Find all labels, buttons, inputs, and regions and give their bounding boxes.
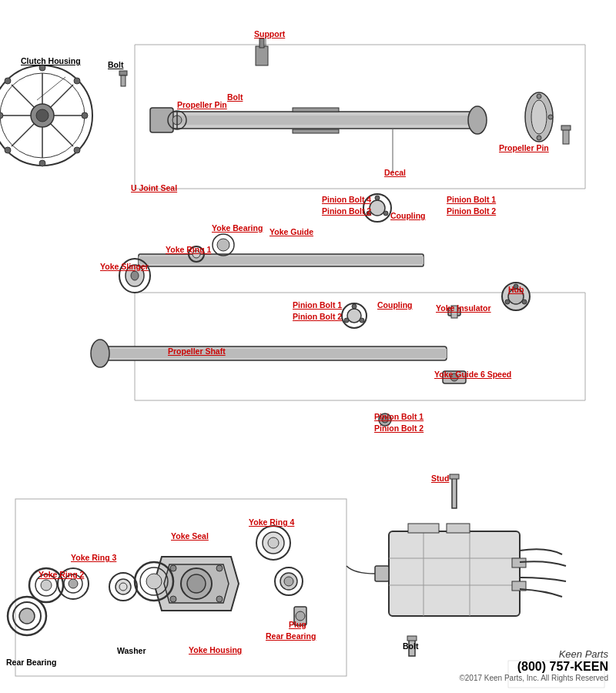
svg-rect-122: [447, 524, 470, 533]
copyright-text: ©2017 Keen Parts, Inc. All Rights Reserv…: [459, 674, 608, 682]
svg-rect-80: [452, 477, 457, 508]
svg-rect-31: [154, 116, 477, 125]
svg-point-20: [39, 160, 45, 166]
svg-point-17: [74, 78, 80, 84]
svg-point-74: [522, 300, 527, 304]
svg-point-95: [170, 565, 176, 571]
svg-rect-81: [450, 474, 459, 479]
phone-number: (800) 757-KEEN: [459, 660, 608, 674]
svg-point-84: [41, 580, 52, 591]
label-coupling-mid[interactable]: Coupling: [377, 300, 413, 310]
svg-point-98: [216, 596, 223, 602]
label-washer[interactable]: Washer: [117, 646, 146, 655]
svg-rect-121: [408, 524, 439, 533]
svg-point-67: [360, 318, 364, 323]
svg-rect-118: [512, 558, 526, 567]
label-yoke-guide-6speed[interactable]: Yoke Guide 6 Speed: [434, 370, 511, 379]
label-yoke-slinger[interactable]: Yoke Slinger: [100, 262, 149, 271]
keen-logo-text: Keen Parts: [459, 648, 608, 660]
label-propeller-pin-right[interactable]: Propeller Pin: [499, 143, 549, 152]
svg-point-94: [187, 574, 206, 593]
svg-point-101: [146, 574, 162, 589]
svg-point-60: [131, 271, 139, 280]
svg-point-16: [39, 65, 45, 71]
label-pinion-bolt-2a[interactable]: Pinion Bolt 2: [322, 206, 371, 216]
label-support[interactable]: Support: [254, 29, 285, 38]
svg-rect-27: [121, 75, 126, 86]
svg-point-55: [217, 239, 229, 251]
svg-rect-40: [293, 129, 339, 133]
label-plug[interactable]: Plug: [289, 620, 306, 629]
svg-point-36: [537, 136, 541, 140]
svg-point-75: [505, 300, 510, 304]
label-pinion-bolt-4[interactable]: Pinion Bolt 4: [322, 195, 371, 204]
label-yoke-ring-1[interactable]: Yoke Ring 1: [166, 245, 211, 254]
label-stud[interactable]: Stud: [431, 474, 449, 483]
svg-point-65: [347, 309, 361, 323]
svg-rect-28: [256, 46, 268, 65]
svg-point-34: [531, 100, 547, 134]
svg-point-66: [352, 304, 357, 309]
label-hub[interactable]: Hub: [508, 285, 524, 294]
label-pinion-bolt-1-top[interactable]: Pinion Bolt 1: [447, 195, 496, 204]
diagram-container: Clutch Housing Bolt Support Propeller Pi…: [0, 0, 616, 693]
label-yoke-insulator[interactable]: Yoke Insulator: [436, 303, 491, 313]
svg-point-104: [268, 537, 279, 548]
svg-point-32: [468, 106, 487, 134]
label-bolt-top[interactable]: Bolt: [108, 60, 123, 69]
svg-rect-62: [100, 349, 447, 358]
svg-point-107: [19, 608, 35, 624]
svg-point-22: [0, 112, 3, 119]
label-yoke-ring-2[interactable]: Yoke Ring 2: [38, 570, 84, 579]
label-clutch-housing[interactable]: Clutch Housing: [21, 56, 81, 65]
label-yoke-housing[interactable]: Yoke Housing: [189, 645, 242, 654]
svg-rect-29: [259, 38, 264, 48]
diagram-svg: [0, 0, 616, 693]
label-pinion-bolt-1-mid[interactable]: Pinion Bolt 1: [293, 300, 342, 310]
label-pinion-bolt-2-mid[interactable]: Pinion Bolt 2: [293, 312, 342, 321]
svg-point-18: [82, 112, 88, 119]
svg-point-89: [116, 579, 131, 594]
label-pinion-bolt-2-top[interactable]: Pinion Bolt 2: [447, 206, 496, 216]
label-yoke-guide[interactable]: Yoke Guide: [270, 227, 313, 236]
label-pinion-bolt-2-bot[interactable]: Pinion Bolt 2: [374, 424, 424, 433]
svg-point-87: [69, 579, 78, 588]
label-pinion-bolt-1-bot[interactable]: Pinion Bolt 1: [374, 412, 424, 421]
svg-rect-38: [150, 108, 173, 132]
svg-rect-124: [407, 636, 417, 641]
svg-point-37: [548, 115, 553, 119]
label-rear-bearing-right[interactable]: Rear Bearing: [266, 631, 316, 641]
svg-point-97: [170, 596, 176, 602]
svg-point-63: [91, 340, 109, 367]
label-yoke-ring-4[interactable]: Yoke Ring 4: [249, 517, 294, 527]
svg-rect-39: [293, 108, 339, 112]
svg-point-19: [74, 147, 80, 153]
svg-point-110: [284, 577, 293, 586]
label-coupling-top[interactable]: Coupling: [390, 211, 426, 220]
svg-rect-113: [389, 531, 520, 616]
svg-point-21: [5, 147, 11, 153]
svg-point-68: [344, 318, 349, 323]
svg-rect-48: [139, 256, 424, 264]
label-yoke-seal[interactable]: Yoke Seal: [171, 531, 209, 541]
svg-point-35: [537, 94, 541, 99]
watermark: Keen Parts (800) 757-KEEN ©2017 Keen Par…: [459, 648, 608, 682]
svg-rect-45: [563, 129, 569, 144]
label-decal[interactable]: Decal: [384, 168, 406, 177]
svg-rect-26: [119, 71, 127, 75]
svg-point-51: [375, 196, 380, 200]
label-bolt-middle-top[interactable]: Bolt: [227, 92, 243, 102]
label-yoke-bearing[interactable]: Yoke Bearing: [212, 223, 263, 233]
label-propeller-pin-left[interactable]: Propeller Pin: [177, 100, 227, 109]
svg-point-52: [383, 211, 388, 216]
label-u-joint-seal[interactable]: U Joint Seal: [131, 183, 177, 192]
svg-rect-46: [561, 126, 571, 130]
svg-point-23: [5, 78, 11, 84]
svg-point-25: [36, 109, 49, 122]
label-bolt-bottom[interactable]: Bolt: [403, 641, 418, 651]
label-rear-bearing-left[interactable]: Rear Bearing: [6, 658, 56, 667]
label-propeller-shaft[interactable]: Propeller Shaft: [168, 346, 226, 356]
svg-point-50: [370, 200, 385, 216]
svg-rect-120: [375, 566, 389, 581]
label-yoke-ring-3[interactable]: Yoke Ring 3: [71, 553, 116, 562]
